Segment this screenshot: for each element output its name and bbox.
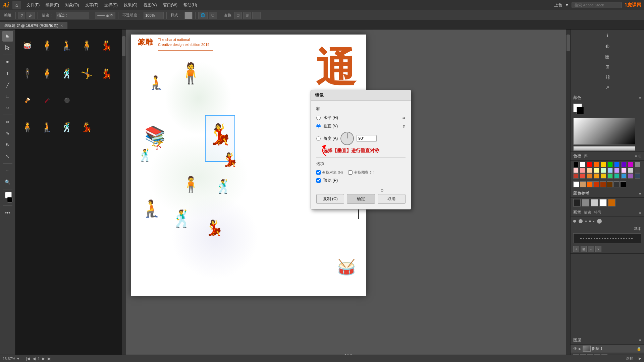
swatch-10[interactable] <box>573 168 579 173</box>
warp-tool[interactable]: ⋯ <box>2 165 13 176</box>
brush-action-4[interactable]: × <box>595 246 601 252</box>
angle-radio[interactable] <box>316 136 321 141</box>
assets-scrollbar-v[interactable] <box>122 29 126 362</box>
transform-btn[interactable]: ⊡ <box>234 12 242 19</box>
swatch-26[interactable] <box>614 173 620 179</box>
guide-swatch-4[interactable] <box>599 199 607 206</box>
menu-view[interactable]: 视图(V) <box>141 1 160 9</box>
swatch-21[interactable] <box>580 173 585 179</box>
preview-label[interactable]: 预览 (P) <box>323 178 338 183</box>
help-btn[interactable]: ? <box>18 12 25 19</box>
more-tools[interactable]: ••• <box>2 207 13 218</box>
figure-1[interactable]: 🧍 <box>38 34 56 57</box>
pen-tool[interactable]: ✒ <box>2 57 13 67</box>
brush-icon-btn[interactable]: ⊞ <box>603 62 612 71</box>
last-page-btn[interactable]: ▶| <box>47 356 52 361</box>
active-tab[interactable]: 未标题-2* @ 16.67% (RGB/预览) ✕ <box>0 22 67 29</box>
layer-1-name[interactable]: 图层 1 <box>592 346 635 351</box>
option1-checkbox[interactable] <box>316 170 321 175</box>
swatch-27[interactable] <box>621 173 627 179</box>
horizontal-radio[interactable] <box>316 116 321 120</box>
figure-11[interactable]: 🧎 <box>38 115 56 139</box>
background-color[interactable] <box>577 107 584 114</box>
figure-6[interactable]: 🧍 <box>38 62 56 85</box>
swatch-orange[interactable] <box>587 181 593 187</box>
color-panel-menu[interactable]: ≡ <box>639 96 641 100</box>
preview-checkbox[interactable] <box>316 178 321 183</box>
scale-tool[interactable]: ⤡ <box>2 151 13 162</box>
next-page-nav-btn[interactable]: ▶ <box>41 356 46 361</box>
swatch-dark[interactable] <box>613 181 620 187</box>
canvas-scrollbar-v[interactable] <box>566 29 570 358</box>
brush-panel-menu[interactable]: ≡ <box>639 210 641 215</box>
figure-4[interactable]: 💃 <box>97 34 116 57</box>
menu-help[interactable]: 帮助(H) <box>181 1 200 9</box>
figure-12[interactable]: 🕺 <box>58 115 76 139</box>
figure-7[interactable]: 🕺 <box>58 62 76 85</box>
swatches-panel-menu[interactable]: ≡ <box>635 154 637 158</box>
link-icon-btn[interactable]: ⛓ <box>603 72 612 82</box>
angle-input[interactable] <box>357 135 377 142</box>
info-icon-btn[interactable]: ◐ <box>603 41 612 51</box>
swatch-20[interactable] <box>573 173 579 179</box>
selection-tool[interactable] <box>2 31 13 42</box>
first-page-btn[interactable]: |◀ <box>25 356 31 361</box>
prev-page-nav-btn[interactable]: ◀ <box>32 356 36 361</box>
home-button[interactable]: ⌂ <box>12 1 21 9</box>
swatch-dark-brown[interactable] <box>607 181 613 187</box>
swatch-28[interactable] <box>628 173 633 179</box>
stock-search[interactable] <box>572 2 622 8</box>
isolate-btn[interactable]: 🖊 <box>26 12 35 19</box>
direct-select-tool[interactable] <box>2 42 13 53</box>
item-3[interactable]: ⚫ <box>58 88 76 112</box>
zoom-dropdown[interactable]: ▼ <box>16 357 20 361</box>
layer-1-visibility[interactable]: 👁 <box>573 346 577 351</box>
menu-window[interactable]: 窗口(W) <box>160 1 180 9</box>
menu-file[interactable]: 文件(F) <box>24 1 42 9</box>
figure-drum[interactable]: 🥁 <box>18 34 37 57</box>
rotate-tool[interactable]: ↻ <box>2 139 13 150</box>
layers-icon-btn[interactable]: ▦ <box>603 52 612 61</box>
swatch-white[interactable] <box>573 181 579 187</box>
guide-swatch-2[interactable] <box>582 199 589 206</box>
menu-select[interactable]: 选择(S) <box>102 1 120 9</box>
horizontal-label[interactable]: 水平 (H) <box>323 115 338 121</box>
swatch-7[interactable] <box>621 162 627 167</box>
swatch-18[interactable] <box>628 168 633 173</box>
guide-swatch-5[interactable] <box>608 199 615 206</box>
export-icon-btn[interactable]: ↗ <box>603 83 612 92</box>
swatch-11[interactable] <box>580 168 585 173</box>
item-1[interactable]: 🪘 <box>18 88 37 112</box>
stroke-input[interactable] <box>56 12 89 19</box>
type-tool[interactable]: T <box>2 68 13 79</box>
swatch-6[interactable] <box>614 162 620 167</box>
guide-swatch-1[interactable] <box>573 199 581 206</box>
cancel-button[interactable]: 取消 <box>378 194 406 204</box>
style-btn[interactable] <box>184 12 193 19</box>
layer-1-triangle[interactable]: ▶ <box>579 347 581 351</box>
angle-label[interactable]: 角度 (A) <box>323 136 338 141</box>
color-spectrum-bar[interactable] <box>573 146 635 151</box>
line-tool[interactable]: ╱ <box>2 79 13 90</box>
swatch-19[interactable] <box>635 168 640 173</box>
swatch-black[interactable] <box>620 181 626 187</box>
swatch-17[interactable] <box>621 168 627 173</box>
ellipse-tool[interactable]: ○ <box>2 102 13 113</box>
swatch-brown[interactable] <box>600 181 606 187</box>
paintbrush-tool[interactable]: ✏ <box>2 117 13 127</box>
option1-check[interactable]: 变换对象 (N) <box>316 170 343 175</box>
swatch-24[interactable] <box>601 173 606 179</box>
figure-8[interactable]: 🤸 <box>77 62 96 85</box>
swatch-4[interactable] <box>601 162 606 167</box>
brush-action-3[interactable]: - <box>588 246 594 252</box>
swatch-0[interactable] <box>573 162 579 167</box>
layer-1-lock[interactable]: 🔒 <box>637 347 641 351</box>
swatch-1[interactable] <box>580 162 585 167</box>
properties-icon-btn[interactable]: ℹ <box>603 31 612 40</box>
brush-action-1[interactable]: + <box>573 246 579 252</box>
pencil-tool[interactable]: ✎ <box>2 128 13 139</box>
globe-btn[interactable]: 🌐 <box>198 12 208 19</box>
swatch-13[interactable] <box>594 168 599 173</box>
swatch-3[interactable] <box>594 162 599 167</box>
swatch-23[interactable] <box>594 173 599 179</box>
